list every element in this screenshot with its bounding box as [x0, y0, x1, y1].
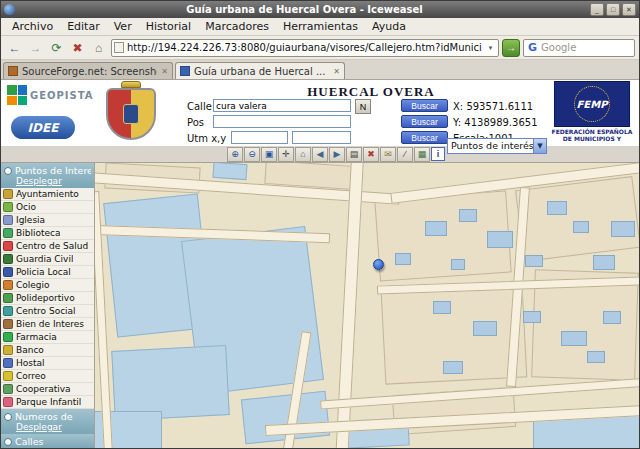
calle-input[interactable]: [213, 99, 351, 112]
sidebar-item[interactable]: Centro de Salud: [1, 240, 94, 253]
sidebar-item[interactable]: Cooperativa: [1, 383, 94, 396]
desplegar-link[interactable]: Desplegar: [16, 422, 91, 432]
back-button[interactable]: ←: [5, 38, 24, 57]
map-marker-icon[interactable]: [373, 259, 384, 270]
reload-button[interactable]: ⟳: [47, 38, 66, 57]
chevron-down-icon[interactable]: ▼: [533, 139, 546, 153]
sidebar-item[interactable]: Centro Social: [1, 305, 94, 318]
sidebar-item[interactable]: Bien de Interes: [1, 318, 94, 331]
url-input[interactable]: [127, 42, 482, 53]
select-icon[interactable]: ▦: [414, 147, 430, 162]
zoom-box-icon[interactable]: ▣: [261, 147, 277, 162]
sidebar-item[interactable]: Polideportivo: [1, 292, 94, 305]
stop-button[interactable]: ✖: [68, 38, 87, 57]
sidebar-item[interactable]: Policia Local: [1, 266, 94, 279]
home-button[interactable]: ⌂: [89, 38, 108, 57]
femp-logo: FEMP FEDERACIÓN ESPAÑOLA DE MUNICIPIOS Y…: [546, 80, 638, 146]
clear-selection-icon[interactable]: ✖: [363, 147, 379, 162]
n-button[interactable]: N: [355, 99, 371, 114]
buscar-pos-button[interactable]: Buscar: [401, 115, 448, 128]
print-icon[interactable]: ▤: [346, 147, 362, 162]
buscar-utm-button[interactable]: Buscar: [401, 131, 448, 144]
sidebar-item[interactable]: Correo: [1, 370, 94, 383]
poi-label: Iglesia: [16, 215, 45, 225]
poi-icon: [3, 397, 13, 407]
poi-label: Ayuntamiento: [16, 189, 79, 199]
url-dropdown-icon[interactable]: ▾: [485, 44, 496, 52]
menu-item[interactable]: Marcadores: [198, 19, 276, 34]
go-button[interactable]: →: [502, 39, 520, 57]
poi-label: Colegio: [16, 280, 50, 290]
tab-close-icon[interactable]: ✕: [333, 67, 340, 76]
sidebar-item[interactable]: Parque Infantil: [1, 396, 94, 409]
map-labels-layer: [95, 163, 639, 448]
sidebar-item[interactable]: Hostal: [1, 357, 94, 370]
utm-x-input[interactable]: [231, 131, 288, 144]
previous-view-icon[interactable]: ◀: [312, 147, 328, 162]
poi-label: Policia Local: [16, 267, 71, 277]
sidebar-item[interactable]: Colegio: [1, 279, 94, 292]
next-view-icon[interactable]: ▶: [329, 147, 345, 162]
menu-item[interactable]: Ver: [107, 19, 139, 34]
crown-icon: [121, 81, 141, 88]
poi-label: Cooperativa: [16, 384, 71, 394]
pan-icon[interactable]: ✛: [278, 147, 294, 162]
poi-icon: [3, 215, 13, 225]
email-icon[interactable]: ✉: [380, 147, 396, 162]
full-extent-icon[interactable]: ⌂: [295, 147, 311, 162]
sidebar-item[interactable]: Ayuntamiento: [1, 188, 94, 201]
map-canvas[interactable]: [95, 163, 639, 448]
web-search-box[interactable]: G Google: [523, 39, 635, 57]
pos-input[interactable]: [213, 115, 351, 128]
menu-item[interactable]: Herramientas: [276, 19, 365, 34]
tab-bar: SourceForge.net: Screenshots ✕ Guía urba…: [1, 60, 639, 80]
sidebar-section-calles[interactable]: Calles: [1, 434, 94, 448]
sidebar-section-puntos[interactable]: Puntos de Interes Desplegar: [1, 163, 94, 188]
poi-icon: [3, 202, 13, 212]
poi-label: Polideportivo: [16, 293, 75, 303]
maximize-button[interactable]: □: [606, 3, 620, 16]
close-button[interactable]: ✕: [622, 3, 636, 16]
sidebar-item[interactable]: Iglesia: [1, 214, 94, 227]
menu-item[interactable]: Editar: [60, 19, 107, 34]
poi-dropdown[interactable]: Puntos de interés ▼: [447, 138, 547, 154]
menu-item[interactable]: Historial: [139, 19, 198, 34]
menu-item[interactable]: Ayuda: [365, 19, 413, 34]
menu-item[interactable]: Archivo: [5, 19, 60, 34]
shield-icon: [106, 88, 156, 140]
browser-tab[interactable]: Guía urbana de Huercal ... ✕: [175, 62, 345, 79]
sidebar-item[interactable]: Guardia Civil: [1, 253, 94, 266]
iceweasel-icon: [4, 4, 15, 15]
sidebar-item[interactable]: Ocio: [1, 201, 94, 214]
forward-button[interactable]: →: [26, 38, 45, 57]
zoom-in-icon[interactable]: ⊕: [227, 147, 243, 162]
measure-icon[interactable]: ∕: [397, 147, 413, 162]
poi-label: Bien de Interes: [16, 319, 84, 329]
layer-icon: [4, 438, 12, 446]
utm-y-input[interactable]: [292, 131, 351, 144]
buscar-calle-button[interactable]: Buscar: [401, 99, 448, 112]
section-title: Calles: [15, 436, 44, 447]
poi-icon: [3, 332, 13, 342]
zoom-out-icon[interactable]: ⊖: [244, 147, 260, 162]
tab-label: Guía urbana de Huercal ...: [194, 66, 329, 77]
minimize-button[interactable]: _: [590, 3, 604, 16]
poi-label: Ocio: [16, 202, 36, 212]
url-bar[interactable]: ▾: [111, 39, 499, 57]
sidebar-item[interactable]: Banco: [1, 344, 94, 357]
section-title: Puntos de Interes: [15, 165, 91, 176]
page-icon: [114, 42, 124, 53]
layer-icon: [4, 167, 12, 175]
title-bar[interactable]: Guía urbana de Huercal Overa - Iceweasel…: [1, 1, 639, 18]
browser-tab[interactable]: SourceForge.net: Screenshots ✕: [3, 62, 173, 79]
main-content: Puntos de Interes Desplegar Ayuntamiento: [1, 163, 639, 448]
poi-label: Banco: [16, 345, 44, 355]
desplegar-link[interactable]: Desplegar: [16, 176, 91, 186]
sidebar-item[interactable]: Farmacia: [1, 331, 94, 344]
menu-bar: ArchivoEditarVerHistorialMarcadoresHerra…: [1, 18, 639, 36]
sidebar-section-numeros[interactable]: Numeros de Desplegar: [1, 409, 94, 434]
poi-icon: [3, 384, 13, 394]
info-icon[interactable]: i: [431, 147, 445, 161]
tab-close-icon[interactable]: ✕: [161, 67, 168, 76]
sidebar-item[interactable]: Biblioteca: [1, 227, 94, 240]
